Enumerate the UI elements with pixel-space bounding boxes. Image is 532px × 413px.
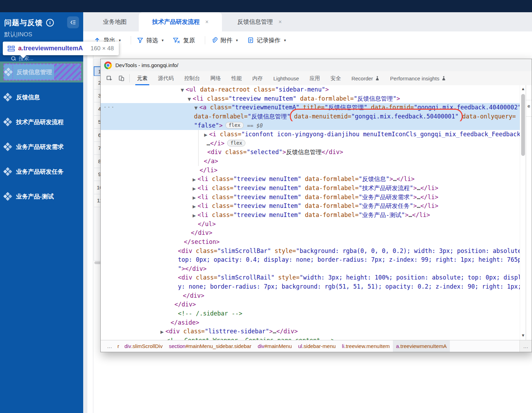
tab-close-icon[interactable]: × (279, 19, 282, 25)
toolbar-button-复原[interactable]: 复原 (173, 36, 195, 44)
scroll-up-icon[interactable]: ▲ (520, 86, 526, 92)
diamond-cluster-icon (3, 118, 12, 126)
devtools-dom-node[interactable]: ▶<li class="treeview menuItem" data-form… (101, 211, 521, 220)
breadcrumb-li.treeview.menuItem[interactable]: li.treeview.menuItem (339, 340, 393, 352)
devtools-dom-node[interactable]: </a> (101, 157, 521, 166)
chevron-down-icon: ▾ (284, 38, 286, 43)
breadcrumb-a.treeviewmenuItemA[interactable]: a.treeviewmenuItemA (393, 340, 450, 352)
devtools-dom-node[interactable]: <div class="selected">反馈信息管理</div> (101, 148, 521, 157)
breadcrumb-ul.sidebar-menu[interactable]: ul.sidebar-menu (295, 340, 339, 352)
devtools-dom-node[interactable]: ▶<li class="treeview menuItem" data-form… (101, 184, 521, 193)
diamond-cluster-icon (4, 68, 13, 76)
devtools-dom-node[interactable]: ▼<li class="treeview menuItem" data-form… (101, 94, 521, 103)
sidebar-item[interactable]: 技术产品研发流程 (3, 116, 80, 128)
devtools-dom-node[interactable]: ···▼<a class="treeviewmenuItemA" title="… (101, 103, 521, 112)
diamond-cluster-icon (3, 167, 12, 176)
tab-反馈信息管理[interactable]: 反馈信息管理× (222, 12, 297, 31)
sidebar-item-feedback-info-management[interactable]: 反馈信息管理 (0, 61, 83, 82)
devtools-scrollbar[interactable]: ▲ ▼ (520, 85, 526, 340)
chevron-down-icon: ▾ (162, 38, 164, 43)
devtools-tab-Lighthouse[interactable]: Lighthouse (268, 71, 304, 85)
devtools-dom-node[interactable]: <!-- /.sidebar --> (101, 309, 521, 318)
devtools-dom-node[interactable]: </ul> (101, 220, 521, 229)
collapse-sidebar-icon (70, 19, 76, 26)
breadcrumb-div#mainMenu[interactable]: div#mainMenu (254, 340, 295, 352)
sidebar-subtitle: 默认|INOS (4, 30, 32, 38)
devtools-dom-node[interactable]: "></div> (101, 265, 521, 274)
devtools-tab-label: 应用 (309, 75, 320, 82)
devtools-elements-panel: ▼<ul data-reactroot class="sidebar-menu"… (101, 85, 521, 341)
breadcrumb-overflow-right[interactable]: … (519, 340, 532, 352)
tab-技术产品研发流程[interactable]: 技术产品研发流程× (139, 12, 222, 31)
devtools-tab-网络[interactable]: 网络 (205, 71, 226, 85)
devtools-toolbar: 元素源代码控制台网络性能内存Lighthouse应用安全RecorderPerf… (101, 71, 532, 86)
devtools-dom-node[interactable]: "false">flex== $0 (101, 121, 521, 130)
sidebar-item[interactable]: 反馈信息 (3, 91, 80, 103)
breadcrumb-truncated[interactable]: r (115, 343, 121, 349)
devtools-dom-node[interactable]: <div class="slimScrollBar" style="backgr… (101, 247, 521, 256)
sidebar-item-label: 技术产品研发流程 (16, 118, 64, 126)
filter-icon (137, 37, 144, 44)
sidebar-item[interactable]: 业务产品-测试 (3, 190, 80, 202)
devtools-dom-node[interactable]: </div> (101, 229, 521, 238)
devtools-tab-安全[interactable]: 安全 (325, 71, 346, 85)
devtools-dom-node[interactable]: data-formlabel="反馈信息管理" data-menuitemid=… (101, 112, 521, 121)
devtools-tab-Recorder[interactable]: Recorder (346, 71, 385, 85)
inspect-element-icon[interactable] (103, 71, 115, 85)
sidebar-item[interactable]: 业务产品研发需求 (3, 141, 80, 153)
devtools-dom-node[interactable]: ▶<div class="listtree-sidebar">…</div> (101, 327, 521, 336)
devtools-tab-label: Lighthouse (273, 75, 299, 81)
devtools-dom-node[interactable]: ▶<i class="iconfont icon-yingyong-dianji… (101, 130, 521, 139)
device-toolbar-icon[interactable] (115, 71, 127, 85)
breadcrumb-overflow-left[interactable]: … (104, 343, 115, 349)
devtools-tab-控制台[interactable]: 控制台 (179, 71, 205, 85)
devtools-tab-元素[interactable]: 元素 (132, 71, 153, 85)
devtools-dom-node[interactable]: ▼<ul data-reactroot class="sidebar-menu"… (101, 85, 521, 94)
devtools-dom-node[interactable]: …</i>flex (101, 139, 521, 148)
info-icon[interactable]: i (46, 19, 54, 27)
devtools-dom-node[interactable]: top: 0px; opacity: 0.4; display: none; b… (101, 255, 521, 265)
devtools-tab-应用[interactable]: 应用 (304, 71, 325, 85)
node-menu-dots-icon[interactable]: ··· (103, 103, 115, 112)
devtools-tab-性能[interactable]: 性能 (226, 71, 247, 85)
toolbar-button-附件[interactable]: 附件▾ (211, 36, 238, 44)
devtools-tab-label: Performance insights (390, 75, 439, 81)
devtools-styles-pane-sliver: e (526, 85, 532, 340)
chevron-down-icon: ▾ (236, 38, 238, 43)
toolbar-separator (205, 36, 205, 44)
collapse-sidebar-button[interactable] (67, 16, 79, 28)
toolbar-button-筛选[interactable]: 筛选▾ (137, 36, 164, 44)
devtools-breadcrumbs: … r div.slimScrollDivsection#mainMenu_si… (101, 340, 532, 352)
breadcrumb-section#mainMenu_sidebar.sidebar[interactable]: section#mainMenu_sidebar.sidebar (166, 340, 254, 352)
devtools-dom-node[interactable]: </li> (101, 166, 521, 175)
app-topbar (0, 0, 532, 12)
tab-close-icon[interactable]: × (205, 19, 208, 25)
devtools-dom-node[interactable]: </section> (101, 238, 521, 247)
devtools-dom-node[interactable]: </div> (101, 300, 521, 309)
devtools-dom-node[interactable]: </div> (101, 291, 521, 300)
devtools-dom-node[interactable]: </aside> (101, 318, 521, 327)
experiment-flask-icon (441, 76, 446, 81)
scroll-down-icon[interactable]: ▼ (520, 333, 526, 338)
devtools-tab-Performance insights[interactable]: Performance insights (385, 71, 451, 85)
devtools-tab-label: 安全 (330, 75, 341, 82)
devtools-tab-label: 源代码 (158, 75, 174, 82)
toolbar-button-记录操作[interactable]: 记录操作▾ (247, 36, 286, 44)
paperclip-icon (211, 37, 218, 44)
devtools-dom-node[interactable]: ▶<li class="treeview menuItem" data-form… (101, 193, 521, 202)
devtools-tab-内存[interactable]: 内存 (247, 71, 268, 85)
devtools-tab-label: Recorder (351, 75, 373, 81)
tab-业务地图[interactable]: 业务地图 (91, 12, 139, 31)
devtools-dom-node[interactable]: <div class="slimScrollRail" style="width… (101, 273, 521, 282)
devtools-titlebar[interactable]: DevTools - ims.gongqi.info/ (101, 59, 532, 72)
breadcrumb-div.slimScrollDiv[interactable]: div.slimScrollDiv (121, 340, 166, 352)
devtools-dom-node[interactable]: ▶<li class="treeview menuItem" data-form… (101, 202, 521, 211)
element-grid-icon (8, 46, 15, 51)
devtools-dom-node[interactable]: ▶<li class="treeview menuItem" data-form… (101, 175, 521, 184)
devtools-tab-源代码[interactable]: 源代码 (153, 71, 179, 85)
inspect-overlay-content-box: 反馈信息管理 (3, 64, 81, 80)
devtools-tab-label: 控制台 (184, 75, 200, 82)
scrollbar-thumb[interactable] (521, 94, 525, 156)
sidebar-item[interactable]: 业务产品研发任务 (3, 166, 80, 177)
devtools-dom-node[interactable]: y: none; border-radius: 7px; background:… (101, 282, 521, 291)
